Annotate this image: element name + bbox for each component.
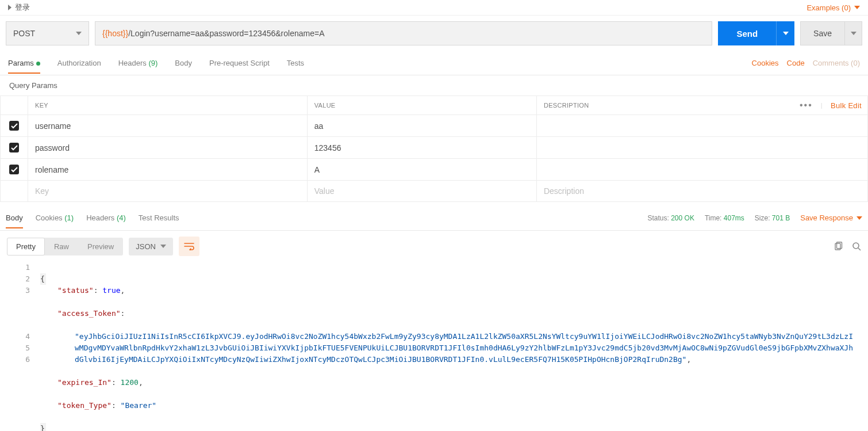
more-icon[interactable]: •••: [800, 100, 813, 110]
row-checkbox[interactable]: [9, 143, 19, 152]
param-value-placeholder[interactable]: Value: [307, 181, 536, 202]
cookies-link[interactable]: Cookies: [752, 59, 779, 67]
chevron-down-icon: [857, 216, 862, 220]
param-key[interactable]: username: [28, 115, 308, 137]
search-icon[interactable]: [852, 242, 861, 251]
chevron-down-icon: [783, 32, 789, 35]
tab-authorization[interactable]: Authorization: [57, 53, 101, 73]
resp-tab-testresults[interactable]: Test Results: [139, 208, 179, 228]
param-value[interactable]: A: [307, 159, 536, 181]
view-raw[interactable]: Raw: [45, 238, 78, 255]
time-label: Time:: [705, 214, 722, 222]
svg-point-2: [853, 243, 859, 249]
chevron-down-icon: [160, 245, 166, 248]
chevron-down-icon: [851, 32, 857, 35]
param-desc[interactable]: [536, 115, 867, 137]
row-checkbox[interactable]: [9, 165, 19, 174]
table-row: password 123456: [1, 137, 868, 159]
bulk-edit-link[interactable]: Bulk Edit: [831, 101, 862, 110]
param-value[interactable]: 123456: [307, 137, 536, 159]
param-key-placeholder[interactable]: Key: [28, 181, 308, 202]
save-button[interactable]: Save: [800, 21, 845, 45]
resp-tab-headers[interactable]: Headers (4): [86, 208, 126, 228]
view-pretty[interactable]: Pretty: [7, 238, 45, 255]
examples-label: Examples (0): [806, 3, 851, 12]
params-active-dot-icon: [36, 62, 40, 66]
param-key[interactable]: password: [28, 137, 308, 159]
table-row: username aa: [1, 115, 868, 137]
url-variable: {{host}}: [102, 29, 128, 38]
status-value: 200 OK: [671, 214, 694, 222]
time-value: 407ms: [724, 214, 744, 222]
col-key: KEY: [28, 96, 308, 115]
param-desc-placeholder[interactable]: Description: [536, 181, 867, 202]
url-input[interactable]: {{host}}/Login?username=aa&password=1234…: [95, 21, 712, 45]
tab-headers[interactable]: Headers (9): [118, 53, 158, 73]
col-description: DESCRIPTION: [544, 102, 589, 109]
status-label: Status:: [647, 214, 669, 222]
chevron-down-icon: [76, 32, 82, 35]
tab-body[interactable]: Body: [175, 53, 192, 73]
table-row: rolename A: [1, 159, 868, 181]
tab-tests[interactable]: Tests: [287, 53, 304, 73]
save-response-dropdown[interactable]: Save Response: [800, 213, 862, 222]
chevron-down-icon: [854, 6, 860, 9]
view-mode-segment: Pretty Raw Preview: [7, 238, 123, 255]
copy-icon[interactable]: [834, 242, 843, 251]
view-preview[interactable]: Preview: [78, 238, 123, 255]
param-desc[interactable]: [536, 137, 867, 159]
save-dropdown[interactable]: [845, 21, 862, 45]
size-label: Size:: [755, 214, 770, 222]
method-select[interactable]: POST: [6, 21, 89, 45]
expand-icon[interactable]: [8, 5, 11, 10]
request-name: 登录: [15, 2, 30, 13]
param-desc[interactable]: [536, 159, 867, 181]
resp-tab-cookies[interactable]: Cookies (1): [36, 208, 74, 228]
comments-link[interactable]: Comments (0): [813, 59, 860, 67]
resp-tab-body[interactable]: Body: [6, 208, 23, 228]
send-dropdown[interactable]: [776, 21, 794, 45]
code-link[interactable]: Code: [787, 59, 805, 67]
wrap-icon: [184, 242, 194, 250]
query-params-title: Query Params: [0, 75, 868, 96]
table-row-new: Key Value Description: [1, 181, 868, 202]
examples-dropdown[interactable]: Examples (0): [806, 3, 860, 12]
wrap-lines-button[interactable]: [179, 237, 199, 256]
row-checkbox[interactable]: [9, 121, 19, 131]
col-value: VALUE: [307, 96, 536, 115]
tab-prerequest[interactable]: Pre-request Script: [209, 53, 270, 73]
query-params-table: KEY VALUE DESCRIPTION ••• | Bulk Edit us…: [0, 96, 868, 202]
response-body[interactable]: 123 456 { "status": true, "access_Token"…: [0, 262, 868, 431]
lang-select[interactable]: JSON: [129, 238, 173, 255]
param-key[interactable]: rolename: [28, 159, 308, 181]
send-button[interactable]: Send: [718, 21, 776, 45]
tab-params[interactable]: Params: [8, 53, 40, 73]
size-value: 701 B: [772, 214, 790, 222]
method-label: POST: [13, 29, 35, 38]
svg-line-3: [858, 248, 861, 250]
url-rest: /Login?username=aa&password=123456&rolen…: [128, 29, 324, 38]
json-code: { "status": true, "access_Token": "eyJhb…: [40, 262, 868, 431]
param-value[interactable]: aa: [307, 115, 536, 137]
line-gutter: 123 456: [0, 262, 40, 431]
